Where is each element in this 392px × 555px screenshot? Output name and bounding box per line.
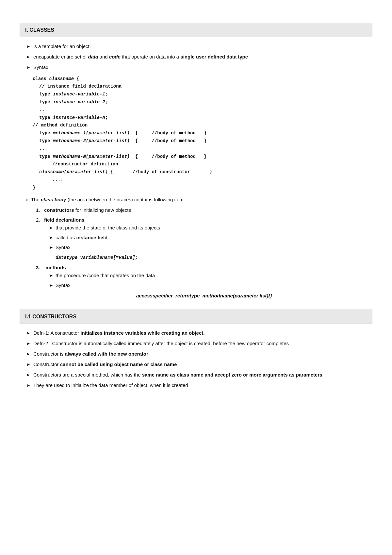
bullet-text: Constructors are a special method, which… (33, 371, 322, 379)
arrow-icon: ➤ (26, 329, 30, 337)
bullet-same-name: ➤ Constructors are a special method, whi… (23, 371, 372, 379)
bullet-syntax: ➤ Syntax (23, 63, 372, 71)
arrow-icon: ➤ (49, 234, 53, 241)
item-number: 1. constructors for initializing new obj… (36, 207, 131, 213)
field-syntax-code: datatype variablename[=value]; (56, 254, 372, 261)
code-line: ... (39, 106, 372, 114)
classes-title: I. CLASSES (25, 26, 367, 34)
code-line: type instance-variable-2; (39, 98, 372, 106)
arrow-icon: ➤ (49, 244, 53, 251)
sub-bullet-state: ➤ that provide the state of the class an… (49, 224, 372, 232)
arrow-icon: ➤ (26, 43, 30, 50)
bullet-template: ➤ is a template for an object. (23, 42, 372, 50)
bullet-defn1: ➤ Defn-1: A constructor initializes inst… (23, 329, 372, 337)
sub-bullet-instance: ➤ called as instance field (49, 234, 372, 242)
arrow-icon: ➤ (49, 224, 53, 231)
code-line: type methodname-2(parameter-list) { //bo… (39, 137, 372, 145)
item-label: 2. field declarations (36, 216, 372, 224)
constructors-title: I.1 CONSTRUCTORS (25, 312, 367, 321)
method-syntax-code: accessspecifier returntype methodname(pa… (36, 292, 372, 300)
bullet-text: is a template for an object. (33, 42, 91, 50)
bullet-text: Constructor is always called with the ne… (33, 350, 148, 358)
bullet-text: Defn-1: A constructor initializes instan… (33, 329, 204, 337)
bullet-encapsulate: ➤ encapsulate entire set of data and cod… (23, 53, 372, 61)
bullet-defn2: ➤ Defn-2 : Constructor is automatically … (23, 340, 372, 347)
classes-content: ➤ is a template for an object. ➤ encapsu… (20, 42, 372, 300)
sub-text: Syntax (56, 244, 71, 251)
item-field-declarations: 2. field declarations ➤ that provide the… (36, 216, 372, 261)
code-line: ... (39, 145, 372, 153)
constructors-header: I.1 CONSTRUCTORS (20, 310, 372, 324)
code-line: .... (52, 176, 372, 184)
classes-section: I. CLASSES ➤ is a template for an object… (20, 23, 372, 300)
code-line: type methodname-1(parameter-list) { //bo… (39, 129, 372, 137)
methods-sub-items: ➤ the procedure /code that operates on t… (49, 272, 372, 289)
item-methods: 3. methods ➤ the procedure /code that op… (36, 264, 372, 300)
bullet-cannot-call: ➤ Constructor cannot be called using obj… (23, 361, 372, 368)
arrow-icon: ➤ (26, 53, 30, 60)
bullet-text: encapsulate entire set of data and code … (33, 53, 248, 61)
sub-bullet-syntax-label2: ➤ Syntax (49, 281, 372, 289)
code-line: // method definition (33, 122, 372, 129)
bullet-text: Defn-2 : Constructor is automatically ca… (33, 340, 289, 347)
code-line: class classname { (33, 75, 372, 83)
sub-bullet-syntax-label: ➤ Syntax (49, 244, 372, 251)
arrow-icon: ➤ (26, 361, 30, 368)
sub-text: Syntax (56, 281, 71, 289)
page-content: I. CLASSES ➤ is a template for an object… (20, 23, 372, 389)
code-line: type instance-variable-1; (39, 91, 372, 98)
code-line: type instance-variable-N; (39, 114, 372, 122)
bullet-always-new: ➤ Constructor is always called with the … (23, 350, 372, 358)
field-sub-items: ➤ that provide the state of the class an… (49, 224, 372, 251)
class-body-intro: • The class body (the area between the b… (23, 196, 372, 204)
class-body-items: 1. constructors for initializing new obj… (36, 206, 372, 300)
arrow-icon: ➤ (26, 382, 30, 389)
code-line: //constructor definition (52, 160, 372, 168)
bullet-initialize: ➤ They are used to initialize the data m… (23, 381, 372, 389)
bullet-dot-icon: • (26, 196, 28, 204)
class-body-text: The class body (the area between the bra… (31, 196, 186, 204)
arrow-icon: ➤ (26, 64, 30, 71)
class-syntax-code: class classname { // instance field decl… (33, 75, 372, 192)
arrow-icon: ➤ (26, 371, 30, 378)
sub-text: called as instance field (56, 234, 107, 242)
item-constructors: 1. constructors for initializing new obj… (36, 206, 372, 214)
code-line: // instance field declarationa (39, 83, 372, 91)
arrow-icon: ➤ (26, 340, 30, 347)
item-label: 3. methods (36, 264, 372, 272)
classes-header: I. CLASSES (20, 23, 372, 37)
code-line: type methodname-N(parameter-list) { //bo… (39, 153, 372, 161)
arrow-icon: ➤ (49, 282, 53, 289)
sub-bullet-procedure: ➤ the procedure /code that operates on t… (49, 272, 372, 279)
bullet-text: They are used to initialize the data mem… (33, 381, 188, 389)
constructors-content: ➤ Defn-1: A constructor initializes inst… (20, 329, 372, 389)
constructors-section: I.1 CONSTRUCTORS ➤ Defn-1: A constructor… (20, 310, 372, 389)
sub-text: that provide the state of the class and … (56, 224, 160, 232)
sub-text: the procedure /code that operates on the… (56, 272, 158, 279)
code-line: classname(parameter-list) { //body of co… (39, 168, 372, 176)
code-line: } (33, 184, 372, 192)
bullet-text: Constructor cannot be called using objec… (33, 361, 177, 368)
arrow-icon: ➤ (49, 272, 53, 279)
arrow-icon: ➤ (26, 350, 30, 358)
bullet-text: Syntax (33, 63, 48, 71)
